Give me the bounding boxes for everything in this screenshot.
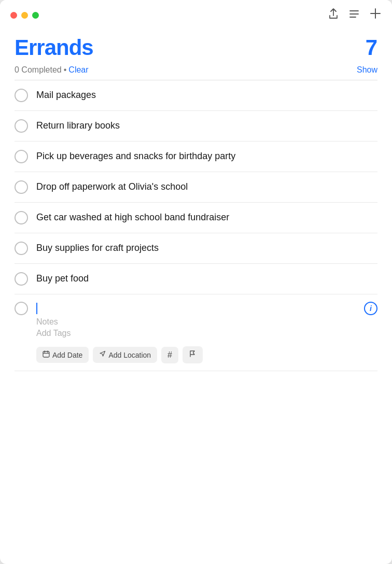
task-checkbox-7[interactable] (15, 272, 28, 286)
task-cursor-row: i (36, 302, 377, 315)
list-icon[interactable] (348, 8, 360, 22)
task-label-1: Mail packages (36, 89, 377, 101)
list-item: Drop off paperwork at Olivia's school (15, 172, 377, 203)
app-window: Errands 7 0 Completed • Clear Show Mail … (0, 0, 392, 564)
close-button[interactable] (10, 12, 17, 19)
svg-rect-5 (43, 351, 49, 357)
flag-icon (189, 350, 197, 360)
add-location-label: Add Location (108, 351, 151, 359)
task-label-6: Buy supplies for craft projects (36, 242, 377, 254)
task-label-2: Return library books (36, 120, 377, 132)
task-list: Mail packages Return library books Pick … (15, 80, 377, 294)
action-buttons-row: Add Date Add Location # (36, 342, 377, 371)
task-notes-placeholder[interactable]: Notes (36, 315, 377, 328)
add-task-icon[interactable] (369, 7, 382, 23)
show-button[interactable]: Show (357, 65, 377, 75)
list-item: Mail packages (15, 80, 377, 111)
location-icon (99, 350, 106, 359)
clear-button[interactable]: Clear (68, 65, 88, 75)
task-checkbox-new[interactable] (15, 302, 28, 315)
task-label-3: Pick up beverages and snacks for birthda… (36, 150, 377, 162)
completed-separator: • (64, 65, 67, 75)
list-header: Errands 7 (15, 26, 377, 62)
titlebar-actions (328, 7, 382, 23)
list-item: Buy pet food (15, 264, 377, 294)
list-title: Errands (15, 35, 93, 60)
titlebar (0, 0, 392, 26)
list-item: Return library books (15, 111, 377, 142)
task-checkbox-3[interactable] (15, 150, 28, 163)
task-label-5: Get car washed at high school band fundr… (36, 212, 377, 223)
task-label-7: Buy pet food (36, 273, 377, 285)
content-area: Errands 7 0 Completed • Clear Show Mail … (0, 26, 392, 564)
add-location-button[interactable]: Add Location (93, 347, 157, 363)
task-checkbox-5[interactable] (15, 211, 28, 224)
minimize-button[interactable] (21, 12, 28, 19)
calendar-icon (43, 350, 50, 359)
share-icon[interactable] (328, 8, 339, 22)
info-icon[interactable]: i (364, 302, 377, 315)
add-date-label: Add Date (52, 351, 82, 359)
add-flag-button[interactable] (183, 346, 203, 363)
add-tag-button[interactable]: # (161, 347, 178, 363)
task-tags-placeholder[interactable]: Add Tags (36, 328, 377, 342)
hashtag-label: # (167, 350, 172, 360)
maximize-button[interactable] (32, 12, 39, 19)
list-item: Get car washed at high school band fundr… (15, 203, 377, 233)
task-checkbox-2[interactable] (15, 119, 28, 133)
list-item: Pick up beverages and snacks for birthda… (15, 142, 377, 172)
completed-count-text: 0 Completed (15, 65, 62, 75)
task-checkbox-6[interactable] (15, 242, 28, 255)
new-task-row: i Notes Add Tags Add Date (15, 294, 377, 371)
list-count: 7 (366, 35, 377, 60)
new-task-top: i (15, 302, 377, 315)
completed-left: 0 Completed • Clear (15, 65, 89, 75)
add-date-button[interactable]: Add Date (36, 347, 89, 363)
task-checkbox-4[interactable] (15, 180, 28, 194)
completed-row: 0 Completed • Clear Show (15, 62, 377, 80)
list-item: Buy supplies for craft projects (15, 233, 377, 264)
traffic-lights (10, 12, 39, 19)
text-cursor (36, 303, 37, 314)
task-checkbox-1[interactable] (15, 89, 28, 102)
task-label-4: Drop off paperwork at Olivia's school (36, 181, 377, 193)
